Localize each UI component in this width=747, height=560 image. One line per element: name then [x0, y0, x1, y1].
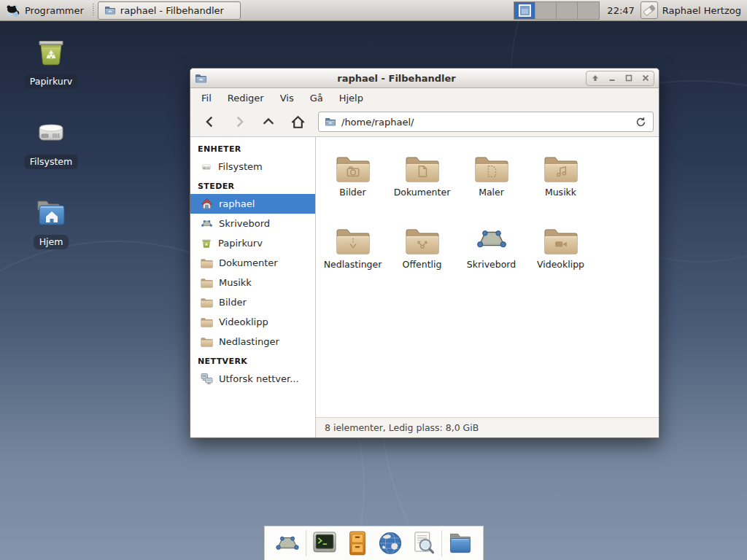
- sidebar-item-skrivebord[interactable]: Skrivebord: [190, 214, 315, 233]
- titlebar[interactable]: raphael - Filbehandler: [190, 69, 659, 88]
- sidebar-header-devices: ENHETER: [190, 139, 315, 157]
- harddrive-icon: [34, 115, 69, 150]
- file-offentlig[interactable]: Offentlig: [387, 221, 457, 293]
- path-folder-icon: [325, 116, 336, 128]
- sidebar-item-label: Skrivebord: [219, 218, 270, 229]
- sidebar-item-dokumenter[interactable]: Dokumenter: [190, 253, 315, 273]
- sidebar-item-network-browse[interactable]: Utforsk nettver...: [190, 369, 315, 389]
- close-icon: [641, 74, 650, 82]
- sidebar-item-label: raphael: [219, 198, 255, 209]
- menu-go[interactable]: Gå: [302, 90, 331, 106]
- web-browser-launcher[interactable]: [376, 529, 405, 558]
- folder-icon: [201, 257, 213, 268]
- workspace-window-thumbnail: [519, 4, 531, 17]
- sidebar-item-nedlastinger[interactable]: Nedlastinger: [190, 332, 315, 351]
- shade-icon: [591, 74, 600, 82]
- minimize-button[interactable]: [603, 71, 620, 85]
- home-folder-icon: [34, 195, 69, 230]
- terminal-icon: [311, 529, 338, 557]
- maximize-icon: [624, 74, 633, 82]
- show-desktop-button[interactable]: [273, 529, 302, 558]
- file-grid: Bilder Dokumenter Maler Musikk: [316, 137, 659, 293]
- clock[interactable]: 22:47: [607, 5, 634, 16]
- workspace-2[interactable]: [535, 2, 557, 19]
- home-button[interactable]: [283, 110, 312, 133]
- workspace-3[interactable]: [557, 2, 578, 19]
- sidebar-item-bilder[interactable]: Bilder: [190, 292, 315, 312]
- sidebar-item-raphael[interactable]: raphael: [190, 194, 315, 214]
- globe-icon: [376, 529, 404, 557]
- download-arrow-icon: [345, 236, 361, 252]
- sidebar-item-papirkurv[interactable]: Papirkurv: [190, 233, 315, 253]
- file-label: Musikk: [545, 187, 576, 198]
- menu-edit[interactable]: Rediger: [220, 90, 272, 106]
- reload-button[interactable]: [635, 116, 647, 128]
- file-videoklipp[interactable]: Videoklipp: [526, 221, 595, 293]
- folder-icon: [201, 336, 213, 347]
- up-button[interactable]: [254, 110, 283, 133]
- document-search-icon: [409, 529, 437, 557]
- desktop-icon-label: Papirkurv: [24, 74, 79, 89]
- file-cabinet-launcher[interactable]: [343, 529, 372, 558]
- desktop-icon-home[interactable]: Hjem: [16, 195, 86, 249]
- file-musikk[interactable]: Musikk: [526, 149, 595, 221]
- sidebar-item-videoklipp[interactable]: Videoklipp: [190, 312, 315, 332]
- applications-menu-label: Programmer: [25, 5, 84, 16]
- desktop-icon: [201, 217, 213, 230]
- menu-file[interactable]: Fil: [193, 90, 220, 106]
- trash-icon: [201, 238, 212, 249]
- network-icon: [201, 373, 213, 385]
- shade-button[interactable]: [587, 71, 603, 85]
- file-nedlastinger[interactable]: Nedlastinger: [318, 221, 387, 293]
- terminal-launcher[interactable]: [310, 529, 339, 558]
- folder-icon: [201, 297, 213, 308]
- workspace-4[interactable]: [578, 2, 599, 19]
- desktop-icon-label: Filsystem: [24, 155, 78, 169]
- sidebar: ENHETER Filsystem STEDER raphael Skriveb…: [190, 137, 316, 438]
- sidebar-item-label: Videoklipp: [219, 316, 268, 327]
- maximize-button[interactable]: [620, 71, 637, 85]
- up-icon: [260, 114, 276, 130]
- taskbar-window-button[interactable]: raphael - Filbehandler: [98, 1, 241, 20]
- file-skrivebord[interactable]: Skrivebord: [457, 221, 526, 293]
- user-name[interactable]: Raphael Hertzog: [662, 5, 741, 16]
- desktop-icon-trash[interactable]: Papirkurv: [16, 35, 86, 89]
- file-maler[interactable]: Maler: [457, 149, 526, 221]
- bottom-dock: [264, 526, 484, 560]
- search-launcher[interactable]: [409, 529, 438, 558]
- menu-view[interactable]: Vis: [272, 90, 302, 106]
- file-manager-launcher[interactable]: [446, 529, 475, 558]
- menu-help[interactable]: Hjelp: [331, 90, 371, 106]
- sidebar-item-label: Utforsk nettver...: [219, 373, 299, 384]
- sidebar-header-network: NETTVERK: [190, 351, 315, 369]
- statusbar: 8 ielementer, Ledig plass: 8,0 GiB: [316, 417, 659, 438]
- panel-grip[interactable]: [92, 4, 96, 17]
- path-text: /home/raphael/: [341, 117, 414, 128]
- desktop-icon-filesystem[interactable]: Filsystem: [16, 115, 86, 169]
- file-label: Dokumenter: [394, 187, 451, 198]
- workspace-1[interactable]: [514, 2, 535, 19]
- video-camera-icon: [553, 236, 569, 252]
- eraser-icon: [642, 3, 657, 18]
- applications-menu-button[interactable]: Programmer: [0, 0, 90, 20]
- forward-button[interactable]: [225, 110, 254, 133]
- minimize-icon: [608, 74, 616, 82]
- music-notes-icon: [553, 163, 569, 179]
- back-button[interactable]: [196, 110, 225, 133]
- window-controls: [586, 71, 654, 86]
- desktop-icon-label: Hjem: [34, 235, 69, 249]
- document-icon: [414, 163, 430, 179]
- file-bilder[interactable]: Bilder: [318, 149, 387, 221]
- sidebar-item-label: Dokumenter: [219, 257, 278, 268]
- session-action-button[interactable]: [640, 1, 658, 19]
- path-entry[interactable]: /home/raphael/: [318, 112, 654, 132]
- file-dokumenter[interactable]: Dokumenter: [387, 149, 457, 221]
- sidebar-item-filesystem[interactable]: Filsystem: [190, 157, 315, 176]
- sidebar-item-musikk[interactable]: Musikk: [190, 273, 315, 292]
- trash-icon: [34, 35, 69, 70]
- file-label: Nedlastinger: [324, 259, 382, 270]
- close-button[interactable]: [637, 71, 654, 85]
- top-panel: Programmer raphael - Filbehandler 22:47 …: [0, 0, 747, 21]
- desktop-icon: [474, 222, 509, 256]
- back-icon: [202, 114, 218, 130]
